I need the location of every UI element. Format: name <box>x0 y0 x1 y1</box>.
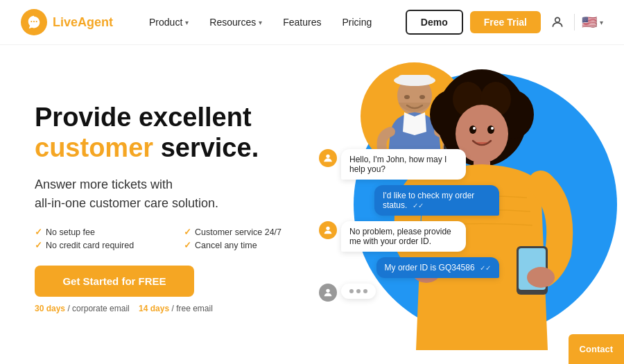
svg-point-24 <box>527 267 555 288</box>
flag-icon: 🇺🇸 <box>582 15 597 30</box>
typing-dot <box>356 289 361 293</box>
svg-point-26 <box>326 227 329 230</box>
chevron-down-icon: ▾ <box>259 19 262 26</box>
chat-row-typing <box>319 284 499 302</box>
svg-point-18 <box>473 127 476 130</box>
chat-row-1: Hello, I'm John, how may I help you? <box>319 149 499 180</box>
trial-info: 30 days / corporate email 14 days / free… <box>35 304 326 313</box>
user-icon[interactable] <box>548 12 567 32</box>
chat-bubble-orderid: My order ID is GQ34586 ✓✓ <box>376 257 499 278</box>
chat-avatar-agent2 <box>319 221 337 239</box>
language-selector[interactable]: 🇺🇸 ▾ <box>582 15 603 30</box>
nav-resources[interactable]: Resources ▾ <box>201 12 270 32</box>
logo[interactable]: LiveAgent <box>21 9 113 35</box>
get-started-button[interactable]: Get Started for FREE <box>35 266 194 297</box>
chat-row-2: I'd like to check my order status. ✓✓ <box>319 185 499 216</box>
chat-avatar-agent <box>319 149 337 167</box>
hero-headline: Provide excellent customer service. <box>35 103 326 163</box>
nav-divider <box>574 14 575 31</box>
check-item: ✓ Cancel any time <box>184 240 326 250</box>
checkmark-icon: ✓ <box>184 240 191 250</box>
nav-pricing[interactable]: Pricing <box>333 12 380 32</box>
check-item: ✓ Customer service 24/7 <box>184 227 326 237</box>
logo-icon <box>21 9 47 35</box>
chevron-down-icon: ▾ <box>185 19 189 26</box>
svg-point-25 <box>326 155 329 158</box>
hero-section: Provide excellent customer service. Answ… <box>0 45 624 364</box>
svg-point-3 <box>555 17 560 22</box>
demo-button[interactable]: Demo <box>406 10 463 35</box>
hero-content: Provide excellent customer service. Answ… <box>35 103 326 313</box>
check-item: ✓ No setup fee <box>35 227 177 237</box>
svg-point-17 <box>487 125 494 134</box>
typing-dot <box>349 289 354 293</box>
svg-point-2 <box>36 21 37 22</box>
chat-avatar-typing <box>319 284 337 302</box>
nav-actions: Demo Free Trial 🇺🇸 ▾ <box>406 10 603 35</box>
chat-bubble-reply1: I'd like to check my order status. ✓✓ <box>374 185 499 216</box>
chat-bubbles: Hello, I'm John, how may I help you? I'd… <box>319 149 499 307</box>
hero-subtext: Answer more tickets with all-in-one cust… <box>35 175 326 213</box>
chat-row-4: My order ID is GQ34586 ✓✓ <box>319 257 499 278</box>
checkmark-icon: ✓ <box>35 227 42 237</box>
navbar: LiveAgent Product ▾ Resources ▾ Features… <box>0 0 624 45</box>
check-item: ✓ No credit card required <box>35 240 177 250</box>
svg-point-1 <box>33 21 35 22</box>
chat-row-3: No problem, please provide me with your … <box>319 221 499 252</box>
svg-point-27 <box>326 289 329 293</box>
svg-point-19 <box>491 127 494 130</box>
free-trial-button[interactable]: Free Trial <box>470 11 541 33</box>
read-receipt-icon: ✓✓ <box>480 264 491 272</box>
contact-button[interactable]: Contact <box>569 334 624 364</box>
chat-bubble-greeting: Hello, I'm John, how may I help you? <box>341 149 466 180</box>
logo-text: LiveAgent <box>53 15 113 30</box>
nav-links: Product ▾ Resources ▾ Features Pricing <box>141 12 406 32</box>
checkmark-icon: ✓ <box>35 240 42 250</box>
read-receipt-icon: ✓✓ <box>413 202 424 209</box>
checkmark-icon: ✓ <box>184 227 191 237</box>
nav-product[interactable]: Product ▾ <box>141 12 197 32</box>
typing-indicator <box>341 284 376 299</box>
hero-checks: ✓ No setup fee ✓ Customer service 24/7 ✓… <box>35 227 326 250</box>
nav-features[interactable]: Features <box>275 12 329 32</box>
typing-dot <box>363 289 367 293</box>
svg-point-0 <box>31 21 32 22</box>
chevron-down-icon: ▾ <box>600 19 603 26</box>
hero-illustration: Hello, I'm John, how may I help you? I'd… <box>326 66 596 350</box>
svg-point-16 <box>469 125 476 134</box>
chat-bubble-response: No problem, please provide me with your … <box>341 221 466 252</box>
